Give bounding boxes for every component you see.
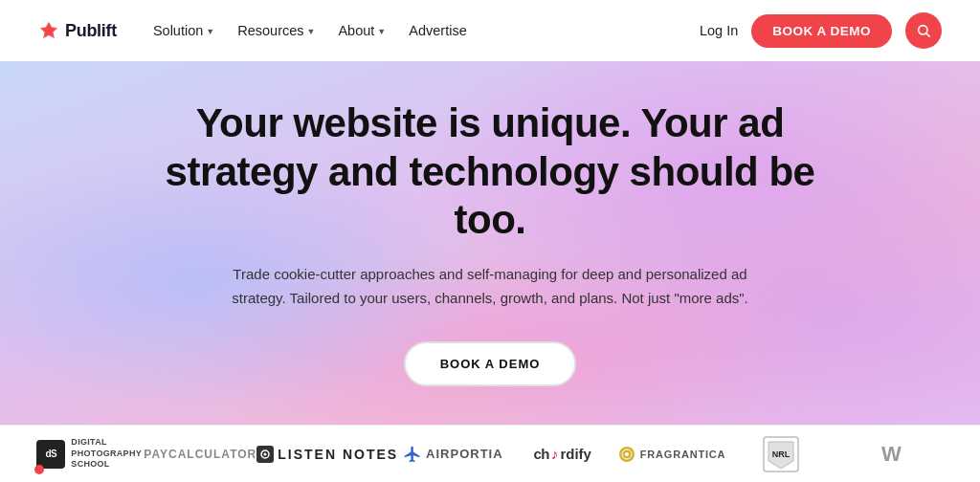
svg-text:NRL: NRL — [772, 449, 791, 459]
svg-line-1 — [926, 33, 930, 37]
svg-point-7 — [625, 452, 629, 456]
svg-point-4 — [264, 452, 267, 455]
nav-resources[interactable]: Resources ▼ — [228, 17, 324, 44]
nav-solution[interactable]: Solution ▼ — [144, 17, 224, 44]
logos-bar: dS DigitalPhotographySchool PAYCALCULATO… — [0, 425, 980, 482]
hero-book-demo-button[interactable]: BOOK A DEMO — [404, 341, 577, 386]
nav-about[interactable]: About ▼ — [328, 17, 395, 44]
book-demo-button[interactable]: BOOK A DEMO — [751, 14, 892, 48]
nav-links: Solution ▼ Resources ▼ About ▼ Advertise — [144, 17, 700, 44]
publift-logo-icon — [38, 20, 59, 41]
logo-paycalculator: PAYCALCULATOR — [144, 426, 256, 482]
hero-subtitle: Trade cookie-cutter approaches and self-… — [232, 263, 748, 311]
logo-last: W — [836, 426, 946, 482]
hero-title: Your website is unique. Your ad strategy… — [155, 99, 825, 244]
listennotes-icon — [256, 446, 274, 463]
brand-name: Publift — [65, 21, 117, 41]
search-button[interactable] — [905, 12, 942, 49]
hero-section: Your website is unique. Your ad strategy… — [0, 61, 980, 425]
logo-chordify: ch ♪ rdify — [508, 426, 617, 482]
logo-dps: dS DigitalPhotographySchool — [34, 426, 144, 482]
chevron-down-icon: ▼ — [377, 27, 386, 36]
pink-dot-decoration — [34, 465, 44, 474]
navbar: Publift Solution ▼ Resources ▼ About ▼ A… — [0, 0, 980, 61]
airportia-icon — [403, 445, 422, 464]
fragrantica-icon — [618, 446, 635, 463]
chevron-down-icon: ▼ — [307, 27, 316, 36]
nrl-shield-icon: NRL — [765, 438, 797, 471]
logo-fragrantica: FRAGRANTICA — [617, 426, 726, 482]
nav-right: Log In BOOK A DEMO — [700, 12, 942, 49]
svg-point-0 — [919, 26, 927, 34]
logo-listennotes: LISTEN NOTES — [256, 426, 398, 482]
login-link[interactable]: Log In — [700, 23, 738, 38]
nav-advertise[interactable]: Advertise — [399, 17, 476, 44]
search-icon — [916, 23, 931, 38]
brand-logo[interactable]: Publift — [38, 20, 117, 41]
logo-nrl: NRL — [726, 426, 835, 482]
logo-airportia: AIRPORTIA — [398, 426, 507, 482]
chevron-down-icon: ▼ — [206, 27, 214, 36]
hero-content: Your website is unique. Your ad strategy… — [136, 99, 844, 386]
